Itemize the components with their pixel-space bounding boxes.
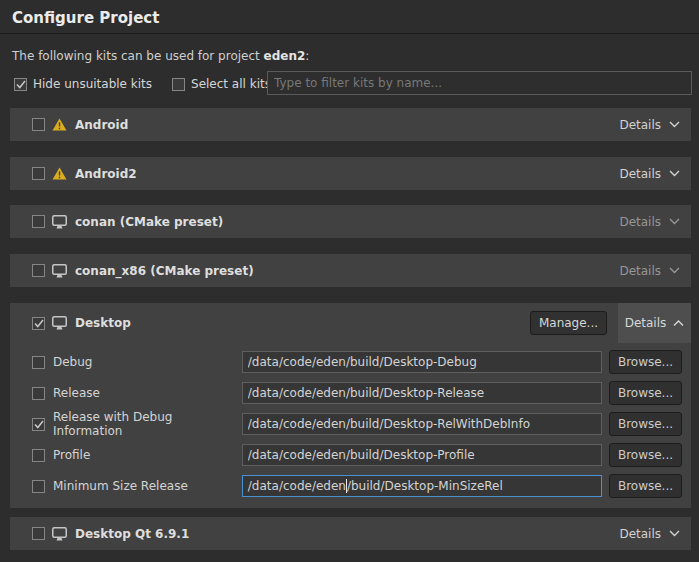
build-dir-input[interactable] [242, 444, 602, 466]
kit-name: Desktop [75, 316, 131, 330]
build-config-row-profile: Profile Browse... [32, 444, 682, 466]
kit-name: conan_x86 (CMake preset) [75, 264, 254, 278]
chevron-down-icon [669, 218, 680, 225]
checkmark-icon [16, 80, 26, 89]
build-config-label: Release with Debug Information [53, 410, 242, 438]
manage-button[interactable]: Manage... [530, 311, 607, 335]
kit-filter-controls: Hide unsuitable kits Select all kits [14, 77, 291, 91]
kit-checkbox[interactable] [32, 527, 45, 540]
kit-checkbox[interactable] [32, 215, 45, 228]
kit-checkbox[interactable] [32, 118, 45, 131]
build-config-label: Profile [53, 448, 242, 462]
details-toggle[interactable]: Details [618, 303, 691, 343]
browse-button[interactable]: Browse... [609, 474, 682, 498]
kit-row-conan[interactable]: conan (CMake preset) Details [10, 205, 691, 238]
chevron-down-icon [669, 267, 680, 274]
kit-row-android2[interactable]: Android2 Details [10, 157, 691, 190]
kit-row-desktop[interactable]: Desktop Manage... Details [10, 303, 691, 343]
kit-checkbox[interactable] [32, 317, 45, 330]
details-toggle[interactable]: Details [619, 264, 680, 278]
checkmark-icon [34, 319, 44, 328]
kit-checkbox[interactable] [32, 167, 45, 180]
build-config-row-relwithdebinfo: Release with Debug Information Browse... [32, 413, 682, 435]
page-title: Configure Project [12, 9, 159, 27]
build-config-row-release: Release Browse... [32, 382, 682, 404]
build-config-label: Debug [53, 355, 242, 369]
title-separator [0, 33, 699, 34]
build-config-label: Release [53, 386, 242, 400]
select-all-label[interactable]: Select all kits [191, 77, 271, 91]
build-config-checkbox[interactable] [32, 418, 45, 431]
details-toggle[interactable]: Details [619, 167, 680, 181]
kit-name: Android2 [75, 167, 137, 181]
warning-icon [52, 167, 67, 180]
build-config-row-debug: Debug Browse... [32, 351, 682, 373]
build-config-label: Minimum Size Release [53, 479, 242, 493]
desktop-icon [52, 527, 67, 541]
details-toggle[interactable]: Details [619, 118, 680, 132]
kit-row-conan-x86[interactable]: conan_x86 (CMake preset) Details [10, 254, 691, 287]
select-all-checkbox[interactable] [172, 78, 185, 91]
hide-unsuitable-checkbox[interactable] [14, 78, 27, 91]
build-config-checkbox[interactable] [32, 480, 45, 493]
kit-filter-input[interactable] [267, 71, 692, 95]
warning-icon [52, 118, 67, 131]
build-dir-input-focused[interactable]: /data/code/eden/build/Desktop-MinSizeRel [242, 475, 602, 497]
browse-button[interactable]: Browse... [609, 381, 682, 405]
desktop-icon [52, 316, 67, 330]
build-dir-input[interactable] [242, 382, 602, 404]
chevron-down-icon [669, 121, 680, 128]
chevron-down-icon [669, 530, 680, 537]
kit-row-desktop-qt[interactable]: Desktop Qt 6.9.1 Details [10, 517, 691, 550]
project-name: eden2 [264, 49, 306, 63]
build-config-checkbox[interactable] [32, 449, 45, 462]
chevron-up-icon [673, 320, 684, 327]
kit-panel-desktop: Desktop Manage... Details Debug Browse..… [10, 303, 691, 508]
checkmark-icon [34, 420, 44, 429]
kit-name: conan (CMake preset) [75, 215, 223, 229]
build-dir-input[interactable] [242, 351, 602, 373]
kit-name: Desktop Qt 6.9.1 [75, 527, 189, 541]
kit-row-android[interactable]: Android Details [10, 108, 691, 141]
kit-name: Android [75, 118, 128, 132]
build-dir-input[interactable] [242, 413, 602, 435]
hide-unsuitable-label[interactable]: Hide unsuitable kits [33, 77, 152, 91]
build-config-checkbox[interactable] [32, 356, 45, 369]
build-config-row-minsizerel: Minimum Size Release /data/code/eden/bui… [32, 475, 682, 497]
chevron-down-icon [669, 170, 680, 177]
browse-button[interactable]: Browse... [609, 443, 682, 467]
kit-checkbox[interactable] [32, 264, 45, 277]
browse-button[interactable]: Browse... [609, 350, 682, 374]
details-toggle[interactable]: Details [619, 527, 680, 541]
intro-text: The following kits can be used for proje… [12, 49, 309, 63]
details-toggle[interactable]: Details [619, 215, 680, 229]
build-config-checkbox[interactable] [32, 387, 45, 400]
browse-button[interactable]: Browse... [609, 412, 682, 436]
desktop-icon [52, 215, 67, 229]
desktop-icon [52, 264, 67, 278]
